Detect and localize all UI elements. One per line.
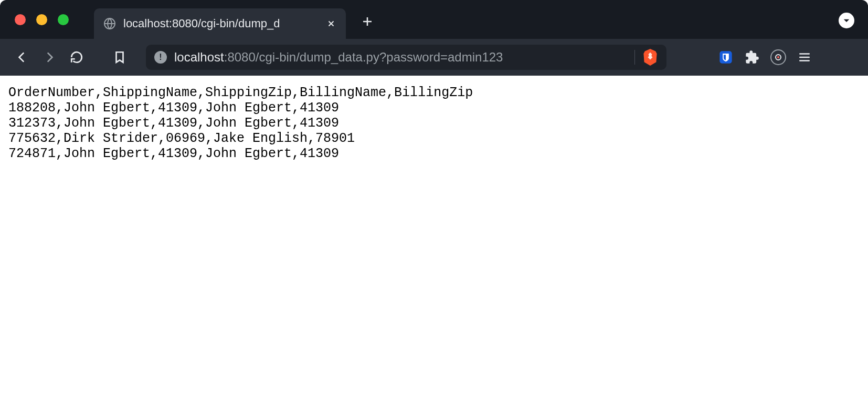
bitwarden-extension-icon[interactable] xyxy=(718,49,734,65)
url-display: localhost:8080/cgi-bin/dump_data.py?pass… xyxy=(174,50,503,65)
close-window-button[interactable] xyxy=(15,14,26,25)
url-host: localhost xyxy=(174,50,224,65)
csv-header: OrderNumber,ShippingName,ShippingZip,Bil… xyxy=(8,85,473,100)
account-menu-icon[interactable] xyxy=(770,49,786,65)
extensions-icon[interactable] xyxy=(744,49,760,65)
brave-shields-icon[interactable] xyxy=(642,49,658,66)
page-content: OrderNumber,ShippingName,ShippingZip,Bil… xyxy=(0,76,868,171)
toolbar: ! localhost:8080/cgi-bin/dump_data.py?pa… xyxy=(0,39,868,76)
tab-title: localhost:8080/cgi-bin/dump_d xyxy=(123,17,319,30)
maximize-window-button[interactable] xyxy=(58,14,69,25)
csv-row: 724871,John Egbert,41309,John Egbert,413… xyxy=(8,146,339,161)
url-path: :8080/cgi-bin/dump_data.py?password=admi… xyxy=(224,50,503,65)
window-controls xyxy=(15,14,69,25)
tab-bar: localhost:8080/cgi-bin/dump_d xyxy=(0,0,868,39)
back-button[interactable] xyxy=(10,46,34,69)
site-info-icon[interactable]: ! xyxy=(154,51,167,64)
csv-row: 188208,John Egbert,41309,John Egbert,413… xyxy=(8,100,339,116)
close-tab-button[interactable] xyxy=(326,18,336,29)
divider xyxy=(634,50,635,65)
bookmark-button[interactable] xyxy=(108,46,131,69)
browser-tab[interactable]: localhost:8080/cgi-bin/dump_d xyxy=(94,8,346,39)
csv-row: 775632,Dirk Strider,06969,Jake English,7… xyxy=(8,131,355,146)
address-bar[interactable]: ! localhost:8080/cgi-bin/dump_data.py?pa… xyxy=(146,45,666,70)
new-tab-button[interactable] xyxy=(356,11,378,33)
globe-icon xyxy=(103,17,116,30)
menu-icon[interactable] xyxy=(797,49,812,65)
minimize-window-button[interactable] xyxy=(36,14,47,25)
profile-button[interactable] xyxy=(839,13,854,28)
forward-button[interactable] xyxy=(38,46,61,69)
csv-output: OrderNumber,ShippingName,ShippingZip,Bil… xyxy=(8,85,860,161)
reload-button[interactable] xyxy=(65,46,88,69)
csv-row: 312373,John Egbert,41309,John Egbert,413… xyxy=(8,116,339,131)
